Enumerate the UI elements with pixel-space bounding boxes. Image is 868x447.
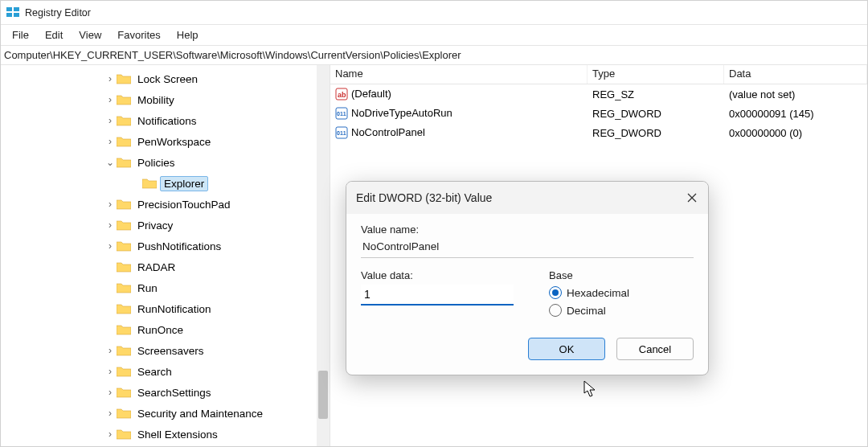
folder-icon — [117, 136, 131, 147]
chevron-right-icon[interactable]: › — [105, 73, 115, 84]
cancel-button[interactable]: Cancel — [616, 338, 694, 360]
svg-text:ab: ab — [338, 91, 346, 99]
address-path: Computer\HKEY_CURRENT_USER\Software\Micr… — [4, 49, 461, 61]
folder-icon — [117, 408, 131, 419]
window-title: Registry Editor — [25, 7, 91, 18]
chevron-right-icon[interactable]: › — [105, 366, 115, 377]
tree-item-label: SearchSettings — [134, 386, 215, 400]
chevron-right-icon[interactable]: › — [105, 387, 115, 398]
tree-item-label: Notifications — [134, 114, 200, 128]
value-name-field[interactable]: NoControlPanel — [361, 239, 694, 258]
col-type[interactable]: Type — [588, 65, 724, 84]
list-row[interactable]: 011NoDriveTypeAutoRunREG_DWORD0x00000091… — [330, 104, 867, 123]
ok-button[interactable]: OK — [528, 338, 605, 360]
cursor-icon — [583, 380, 598, 401]
value-data-input[interactable] — [361, 285, 514, 306]
value-data-label: Value data: — [361, 269, 541, 281]
menu-edit[interactable]: Edit — [37, 27, 71, 43]
chevron-right-icon[interactable]: › — [105, 345, 115, 356]
base-label: Base — [549, 269, 694, 281]
tree-item[interactable]: RunNotification — [1, 298, 330, 319]
tree-item-label: Screensavers — [134, 344, 207, 358]
folder-icon — [117, 366, 131, 377]
value-name: NoControlPanel — [351, 126, 425, 138]
chevron-right-icon[interactable]: › — [105, 115, 115, 126]
value-name: NoDriveTypeAutoRun — [351, 107, 452, 119]
chevron-right-icon[interactable]: › — [105, 136, 115, 147]
value-name: (Default) — [351, 88, 391, 100]
tree-item-label: Lock Screen — [134, 72, 201, 86]
chevron-down-icon[interactable]: ⌄ — [105, 157, 115, 168]
tree-scrollbar[interactable] — [317, 65, 330, 446]
menu-file[interactable]: File — [4, 27, 37, 43]
menu-help[interactable]: Help — [169, 27, 207, 43]
tree-item-label: Security and Maintenance — [134, 407, 266, 420]
menu-view[interactable]: View — [71, 27, 109, 43]
menubar: File Edit View Favorites Help — [1, 25, 867, 46]
chevron-right-icon[interactable]: › — [105, 240, 115, 252]
radio-hexadecimal[interactable] — [549, 286, 562, 299]
tree-item-label: Explorer — [160, 176, 208, 191]
chevron-right-icon[interactable]: › — [105, 199, 115, 210]
tree-item[interactable]: ›Shell Extensions — [1, 424, 330, 445]
folder-icon — [117, 429, 131, 440]
svg-rect-3 — [14, 13, 19, 17]
list-row[interactable]: 011NoControlPanelREG_DWORD0x00000000 (0) — [330, 123, 867, 142]
tree-item[interactable]: ›Screensavers — [1, 340, 330, 361]
list-header: Name Type Data — [330, 65, 867, 84]
chevron-right-icon[interactable]: › — [105, 219, 115, 231]
radio-hex-label: Hexadecimal — [567, 287, 629, 299]
tree-item[interactable]: ›PenWorkspace — [1, 131, 330, 152]
titlebar: Registry Editor — [1, 1, 867, 25]
dword-value-icon: 011 — [335, 126, 348, 139]
folder-icon — [117, 345, 131, 356]
tree-item-label: PushNotifications — [134, 240, 224, 253]
close-icon[interactable] — [684, 190, 700, 206]
value-name-label: Value name: — [361, 224, 694, 236]
chevron-right-icon[interactable]: › — [105, 94, 115, 105]
tree-item-label: Mobility — [134, 93, 178, 107]
folder-icon — [117, 324, 131, 335]
tree-item[interactable]: ›Mobility — [1, 89, 330, 110]
col-name[interactable]: Name — [330, 65, 588, 84]
list-row[interactable]: ab(Default)REG_SZ(value not set) — [330, 84, 867, 104]
tree-item[interactable]: RADAR — [1, 256, 330, 277]
radio-decimal[interactable] — [549, 304, 562, 317]
tree-item[interactable]: Explorer — [1, 173, 330, 194]
tree-item[interactable]: Run — [1, 277, 330, 298]
menu-favorites[interactable]: Favorites — [109, 27, 168, 43]
tree-item[interactable]: ›SearchSettings — [1, 382, 330, 403]
tree-item[interactable]: ›Notifications — [1, 110, 330, 131]
tree-item-label: Policies — [134, 156, 178, 170]
tree-item[interactable]: ›PushNotifications — [1, 236, 330, 256]
scrollbar-thumb[interactable] — [318, 371, 328, 419]
tree-item-label: Run — [134, 281, 161, 295]
svg-rect-2 — [6, 13, 12, 17]
dword-value-icon: 011 — [335, 107, 348, 120]
chevron-right-icon[interactable]: › — [105, 408, 115, 419]
folder-icon — [117, 157, 131, 168]
edit-dword-dialog: Edit DWORD (32-bit) Value Value name: No… — [346, 181, 709, 375]
tree-item[interactable]: ›Lock Screen — [1, 68, 330, 89]
tree-item-label: RADAR — [134, 260, 178, 274]
folder-icon — [117, 282, 131, 293]
tree-item-label: Shell Extensions — [134, 428, 221, 441]
radio-dec-label: Decimal — [567, 305, 606, 317]
tree-item[interactable]: ›Search — [1, 361, 330, 382]
col-data[interactable]: Data — [724, 65, 867, 84]
address-bar[interactable]: Computer\HKEY_CURRENT_USER\Software\Micr… — [1, 46, 867, 65]
dialog-header[interactable]: Edit DWORD (32-bit) Value — [346, 182, 708, 214]
tree-item-label: PrecisionTouchPad — [134, 198, 234, 211]
tree-item[interactable]: ›PrecisionTouchPad — [1, 194, 330, 215]
folder-icon — [117, 303, 131, 314]
tree-pane: ›Lock Screen›Mobility›Notifications›PenW… — [1, 65, 330, 446]
tree-item-label: RunOnce — [134, 323, 186, 337]
tree-item[interactable]: RunOnce — [1, 319, 330, 340]
regedit-icon — [6, 4, 20, 22]
tree-item[interactable]: ⌄Policies — [1, 152, 330, 173]
tree-item[interactable]: ›Security and Maintenance — [1, 403, 330, 424]
tree-item[interactable]: ›Privacy — [1, 215, 330, 236]
tree-item-label: RunNotification — [134, 302, 215, 316]
chevron-right-icon[interactable]: › — [105, 429, 115, 440]
folder-icon — [117, 240, 131, 252]
